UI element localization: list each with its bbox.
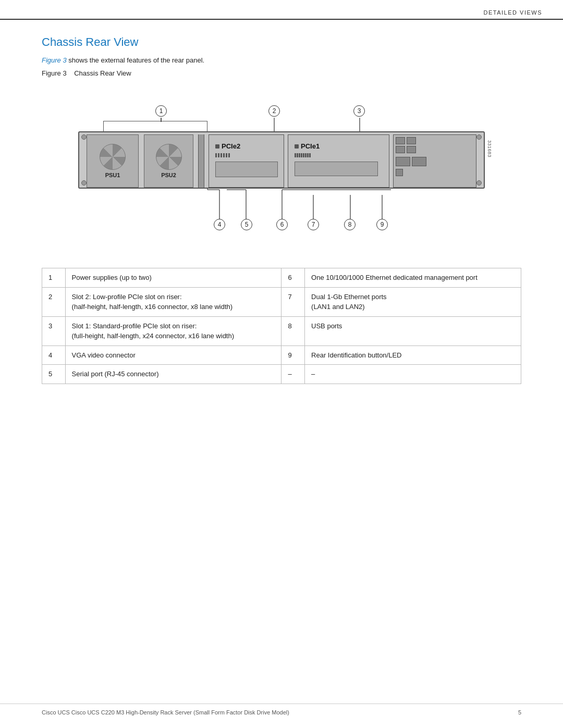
chassis-body: PSU1 PSU2 PCIe2 bbox=[78, 131, 485, 189]
psu2-section: PSU2 bbox=[144, 134, 193, 188]
desc-cell-dash1: – bbox=[305, 365, 521, 384]
pcie1-section: PCIe1 bbox=[288, 134, 389, 188]
callout-5: 5 bbox=[241, 219, 252, 230]
num-cell-8: 8 bbox=[282, 316, 305, 346]
num-cell-2: 2 bbox=[42, 287, 66, 316]
sidebar-vertical-text: 331683 bbox=[487, 140, 492, 157]
intro-paragraph: Figure 3 shows the external features of … bbox=[42, 56, 521, 64]
psu-bracket bbox=[103, 121, 207, 131]
port-4 bbox=[407, 146, 416, 153]
num-cell-1: 1 bbox=[42, 268, 66, 288]
figure-link: Figure 3 bbox=[42, 56, 67, 64]
callout-4: 4 bbox=[214, 219, 225, 230]
psu2-fan bbox=[156, 144, 182, 170]
desc-cell-4: VGA video connector bbox=[65, 346, 282, 365]
footer-left: Cisco UCS Cisco UCS C220 M3 High-Density… bbox=[42, 709, 289, 715]
table-row: 3 Slot 1: Standard-profile PCIe slot on … bbox=[42, 316, 521, 346]
main-content: Chassis Rear View Figure 3 shows the ext… bbox=[0, 20, 563, 415]
num-cell-3: 3 bbox=[42, 316, 66, 346]
num-cell-dash1: – bbox=[282, 365, 305, 384]
chassis-diagram: 1 2 3 PSU1 PSU2 bbox=[68, 85, 495, 252]
port-row-1 bbox=[396, 137, 474, 144]
desc-cell-2: Slot 2: Low-profile PCIe slot on riser:(… bbox=[65, 287, 282, 316]
desc-cell-5: Serial port (RJ-45 connector) bbox=[65, 365, 282, 384]
footer-right: 5 bbox=[518, 709, 521, 715]
desc-cell-1: Power supplies (up to two) bbox=[65, 268, 282, 288]
psu1-label: PSU1 bbox=[105, 172, 120, 178]
callout1-line bbox=[161, 118, 162, 122]
table-row: 1 Power supplies (up to two) 6 One 10/10… bbox=[42, 268, 521, 288]
usb-port-2 bbox=[412, 157, 426, 166]
port-2 bbox=[407, 137, 416, 144]
pcie1-slot bbox=[295, 162, 378, 176]
desc-cell-6: One 10/100/1000 Ethernet dedicated manag… bbox=[305, 268, 521, 288]
pcie1-indicator bbox=[295, 144, 299, 149]
num-cell-6: 6 bbox=[282, 268, 305, 288]
middle-separator bbox=[198, 134, 204, 188]
num-cell-7: 7 bbox=[282, 287, 305, 316]
port-3 bbox=[396, 146, 405, 153]
screw-bottom-right bbox=[476, 180, 482, 186]
components-table: 1 Power supplies (up to two) 6 One 10/10… bbox=[42, 268, 521, 384]
psu1-section: PSU1 bbox=[87, 134, 139, 188]
desc-cell-7: Dual 1-Gb Ethernet ports(LAN1 and LAN2) bbox=[305, 287, 521, 316]
screw-top-left bbox=[81, 134, 87, 140]
desc-cell-9: Rear Identification button/LED bbox=[305, 346, 521, 365]
desc-cell-3: Slot 1: Standard-profile PCIe slot on ri… bbox=[65, 316, 282, 346]
table-row: 2 Slot 2: Low-profile PCIe slot on riser… bbox=[42, 287, 521, 316]
pcie2-slot bbox=[215, 162, 278, 177]
intro-text-rest: shows the external features of the rear … bbox=[67, 56, 205, 64]
pcie2-label: PCIe2 bbox=[222, 142, 240, 150]
psu2-label: PSU2 bbox=[161, 172, 176, 178]
callout-7: 7 bbox=[308, 219, 319, 230]
header-title: DETAILED VIEWS bbox=[484, 9, 542, 16]
table-row: 4 VGA video connector 9 Rear Identificat… bbox=[42, 346, 521, 365]
pcie2-indicator bbox=[215, 144, 219, 149]
pcie1-label: PCIe1 bbox=[301, 142, 320, 150]
screw-top-right bbox=[476, 134, 482, 140]
num-cell-5: 5 bbox=[42, 365, 66, 384]
callout-1: 1 bbox=[155, 105, 167, 117]
section-title: Chassis Rear View bbox=[42, 35, 521, 49]
pin bbox=[215, 153, 217, 157]
page-footer: Cisco UCS Cisco UCS C220 M3 High-Density… bbox=[0, 704, 563, 715]
desc-cell-8: USB ports bbox=[305, 316, 521, 346]
callout-8: 8 bbox=[344, 219, 356, 230]
callout-2: 2 bbox=[268, 105, 280, 117]
port-row-2 bbox=[396, 146, 474, 153]
num-cell-4: 4 bbox=[42, 346, 66, 365]
pcie2-section: PCIe2 bbox=[209, 134, 284, 188]
screw-bottom-left bbox=[81, 180, 87, 186]
usb-port-1 bbox=[396, 157, 410, 166]
table-row: 5 Serial port (RJ-45 connector) – – bbox=[42, 365, 521, 384]
callout-6: 6 bbox=[276, 219, 288, 230]
callout-9: 9 bbox=[376, 219, 388, 230]
callout-3: 3 bbox=[353, 105, 365, 117]
port-1 bbox=[396, 137, 405, 144]
psu1-fan bbox=[100, 144, 126, 170]
led-button bbox=[396, 169, 403, 176]
figure-label: Figure 3 Chassis Rear View bbox=[42, 69, 131, 77]
right-ports bbox=[393, 134, 476, 188]
figure-caption-block: Figure 3 Chassis Rear View bbox=[42, 69, 521, 77]
num-cell-9: 9 bbox=[282, 346, 305, 365]
page-header: DETAILED VIEWS bbox=[0, 0, 563, 20]
port-row-4 bbox=[396, 169, 474, 176]
port-row-3 bbox=[396, 157, 474, 166]
